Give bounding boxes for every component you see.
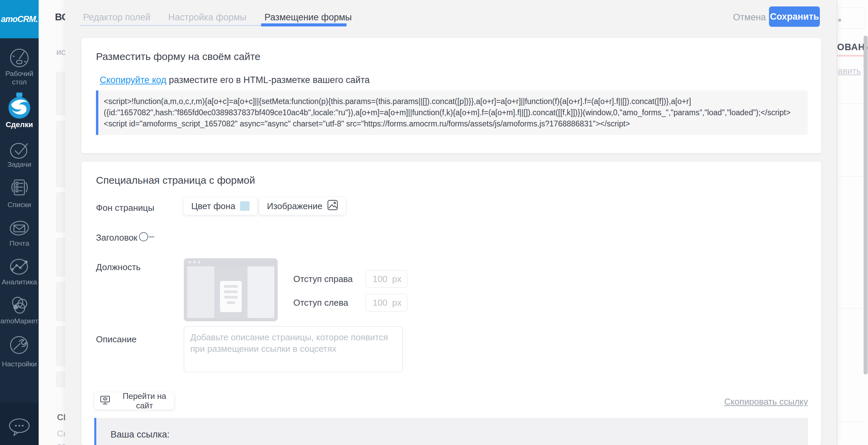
background-bottom-cut-fragment: сл — [57, 441, 65, 445]
settings-wrench-icon — [8, 333, 30, 357]
preview-right-margin — [248, 266, 274, 318]
amomarket-icon — [8, 294, 30, 317]
page-layout-preview — [184, 258, 278, 321]
sidebar-item-amomarket[interactable] — [0, 294, 39, 317]
embed-section-title: Разместить форму на своём сайте — [96, 51, 260, 62]
background-card — [56, 371, 65, 387]
amocrm-logo[interactable]: amoCRM. — [0, 0, 39, 38]
toggle-knob-icon — [139, 232, 148, 241]
tab-field-editor[interactable]: Редактор полей — [83, 12, 151, 23]
copy-instruction-row: Скопируйте код разместите его в HTML-раз… — [100, 75, 370, 85]
embed-code-block: <script>!function(a,m,o,c,r,m){a[o+c]=a[… — [96, 90, 808, 135]
embed-code-line: <script>!function(a,m,o,c,r,m){a[o+c]=a[… — [104, 96, 808, 107]
background-card-outline — [838, 7, 865, 29]
background-add-link-fragment[interactable]: авить — [838, 66, 861, 76]
background-row-divider — [837, 308, 864, 309]
screen: amoCRM. Рабочий стол Сделки — [0, 0, 868, 445]
margin-right-unit: px — [392, 274, 401, 284]
goto-site-button[interactable]: Перейти на сайт — [95, 392, 174, 409]
copy-code-link[interactable]: Скопируйте код — [100, 75, 166, 85]
background-card — [56, 326, 65, 366]
window-dot-icon — [198, 261, 200, 263]
sidebar-item-dashboard[interactable] — [0, 47, 39, 70]
background-color-button-label: Цвет фона — [191, 201, 235, 211]
embed-code-line: ({id:"1657082",hash:"f865fd0ec0389837837… — [104, 107, 808, 118]
lists-icon — [8, 176, 30, 199]
chat-bubble-icon — [7, 417, 32, 439]
image-icon — [327, 200, 338, 213]
sidebar-item-mail-label[interactable]: Почта — [0, 239, 39, 247]
sidebar-item-deals[interactable] — [0, 92, 39, 121]
background-bottom-bold-fragment: СК — [57, 412, 65, 423]
tabs-underline — [80, 25, 261, 26]
tasks-check-icon — [8, 139, 30, 162]
sidebar-bottom-section — [0, 403, 39, 445]
background-page-left: ВС ис СК Ск сл — [39, 0, 65, 445]
preview-body — [187, 266, 274, 318]
sidebar-item-tasks-label[interactable]: Задачи — [0, 160, 39, 168]
sidebar-item-mail[interactable] — [0, 217, 39, 240]
header-toggle[interactable] — [139, 232, 155, 242]
margin-left-label: Отступ слева — [293, 298, 348, 308]
margin-right-input[interactable]: 100 px — [366, 270, 407, 288]
page-header-label: Заголовок — [96, 232, 137, 243]
copy-url-link[interactable]: Скопировать ссылку — [724, 397, 808, 407]
dashboard-gauge-icon — [8, 47, 30, 70]
sidebar-item-amomarket-label[interactable]: amoМаркет — [0, 317, 39, 325]
margin-right-label: Отступ справа — [293, 274, 353, 284]
background-image-button-label: Изображение — [267, 201, 322, 211]
window-dot-icon — [189, 261, 191, 263]
background-subheading-fragment: ис — [56, 47, 65, 57]
tab-form-settings[interactable]: Настройка формы — [168, 12, 246, 23]
description-label: Описание — [96, 334, 137, 345]
background-card — [56, 193, 65, 232]
background-image-button[interactable]: Изображение — [259, 197, 346, 215]
sidebar-item-lists[interactable] — [0, 176, 39, 199]
background-heading-fragment: ВС — [55, 12, 65, 23]
form-placement-modal: Редактор полей Настройка формы Размещени… — [65, 0, 837, 445]
cancel-button[interactable]: Отмена — [733, 12, 766, 23]
sidebar-item-analytics[interactable] — [0, 256, 39, 279]
background-choice-group: Цвет фона Изображение — [184, 197, 346, 215]
margin-left-value: 100 — [373, 298, 387, 308]
window-dot-icon — [193, 261, 196, 263]
sidebar-item-tasks[interactable] — [0, 139, 39, 162]
preview-form-card — [220, 281, 242, 312]
embed-code-card: Разместить форму на своём сайте Скопируй… — [81, 38, 821, 153]
your-link-label: Ваша ссылка: — [111, 429, 170, 440]
page-background-label: Фон страницы — [96, 203, 154, 213]
special-page-card: Специальная страница с формой Фон страни… — [81, 162, 821, 445]
background-red-underline — [837, 55, 866, 57]
description-textarea[interactable] — [184, 326, 403, 372]
sidebar: amoCRM. Рабочий стол Сделки — [0, 0, 39, 445]
sidebar-item-settings[interactable] — [0, 333, 39, 357]
position-label: Должность — [96, 262, 141, 272]
special-page-title: Специальная страница с формой — [96, 175, 255, 186]
sidebar-item-analytics-label[interactable]: Аналитика — [0, 278, 39, 286]
background-bottom-gray-fragment: Ск — [57, 428, 65, 439]
sidebar-item-dashboard-label[interactable]: Рабочий стол — [0, 69, 39, 86]
preview-form-column — [214, 266, 248, 318]
support-chat-button[interactable] — [0, 417, 39, 439]
embed-code-line: <script id="amoforms_script_1657082" asy… — [104, 118, 808, 129]
copy-instruction-text: разместите его в HTML-разметке вашего са… — [166, 75, 370, 85]
mail-icon — [8, 217, 30, 240]
sidebar-item-lists-label[interactable]: Списки — [0, 200, 39, 209]
background-card — [56, 238, 65, 277]
toggle-dash-icon — [149, 237, 154, 237]
background-dot — [838, 19, 841, 22]
your-link-block: Ваша ссылка: — [94, 418, 808, 445]
sidebar-item-settings-label[interactable]: Настройки — [0, 360, 39, 368]
tab-form-placement[interactable]: Размещение формы — [264, 12, 352, 23]
save-button[interactable]: Сохранить — [769, 6, 820, 27]
background-row-divider — [837, 422, 864, 422]
margin-left-unit: px — [392, 298, 401, 308]
background-row-divider — [837, 176, 864, 177]
margin-left-input[interactable]: 100 px — [366, 294, 407, 311]
sidebar-item-deals-label[interactable]: Сделки — [0, 120, 39, 129]
deals-icon — [8, 92, 31, 121]
analytics-icon — [8, 256, 30, 279]
page-scrollbar[interactable] — [864, 36, 868, 375]
background-color-button[interactable]: Цвет фона — [184, 197, 257, 215]
color-swatch[interactable] — [240, 201, 250, 211]
